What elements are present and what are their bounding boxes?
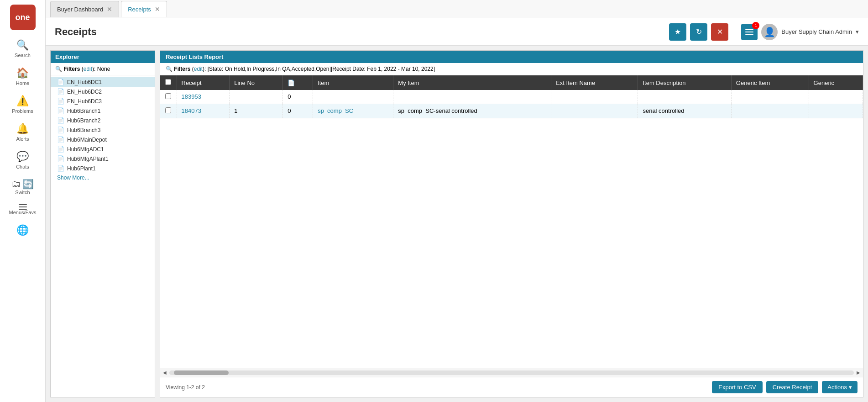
sidebar-item-home[interactable]: 🏠 Home	[0, 63, 45, 90]
tab-buyer-dashboard[interactable]: Buyer Dashboard ✕	[50, 1, 119, 17]
file-icon: 📄	[57, 127, 64, 133]
explorer-item-hub6branch1[interactable]: 📄 Hub6Branch1	[51, 106, 155, 116]
col-header-generic-item: Generic Item	[731, 75, 809, 90]
explorer-item-label: Hub6MfgAPlant1	[67, 156, 109, 162]
explorer-item-label: Hub6Plant1	[67, 165, 96, 172]
explorer-item-label: Hub6Branch1	[67, 108, 100, 114]
file-icon: 📄	[57, 117, 64, 124]
row-checkbox-cell	[160, 104, 177, 118]
explorer-filters-edit[interactable]: edit	[84, 66, 92, 72]
explorer-item-en-hub6dc2[interactable]: 📄 EN_Hub6DC2	[51, 87, 155, 96]
report-filters-edit[interactable]: edit	[194, 66, 203, 72]
app-logo[interactable]: one	[10, 5, 36, 30]
report-filters-label: Filters	[174, 66, 190, 72]
sidebar: one 🔍 Search 🏠 Home ⚠️ Problems 🔔 Alerts…	[0, 0, 46, 402]
explorer-item-hub6branch2[interactable]: 📄 Hub6Branch2	[51, 116, 155, 125]
receipt-link-183953[interactable]: 183953	[182, 93, 201, 100]
menu-lines-icon	[745, 29, 753, 35]
horizontal-scrollbar[interactable]: ◀ ▶	[160, 368, 863, 377]
file-icon: 📄	[57, 107, 64, 114]
explorer-filters-value: None	[97, 66, 110, 72]
star-icon: ★	[675, 27, 681, 36]
sidebar-item-chats[interactable]: 💬 Chats	[0, 146, 45, 174]
explorer-item-hub6plant1[interactable]: 📄 Hub6Plant1	[51, 164, 155, 173]
tab-receipts-close[interactable]: ✕	[155, 6, 160, 12]
explorer-item-en-hub6dc3[interactable]: 📄 EN_Hub6DC3	[51, 96, 155, 106]
explorer-item-label: Hub6Branch3	[67, 127, 100, 133]
row-item-desc-cell	[638, 90, 731, 104]
col-header-line-no: Line No	[230, 75, 283, 90]
header-right: ★ ↻ ✕ 1	[669, 23, 859, 41]
home-icon: 🏠	[16, 67, 29, 79]
scroll-left-button[interactable]: ◀	[162, 370, 167, 375]
problems-icon: ⚠️	[16, 95, 29, 107]
file-icon: 📄	[57, 98, 64, 105]
report-filters-value: [State: On Hold,In Progress,In QA,Accept…	[208, 66, 435, 72]
sidebar-item-problems[interactable]: ⚠️ Problems	[0, 90, 45, 118]
row-receipt-cell: 184073	[177, 104, 230, 118]
create-receipt-button[interactable]: Create Receipt	[766, 381, 819, 393]
col-header-doc: 📄	[283, 75, 313, 90]
item-link-sp-comp-sc[interactable]: sp_comp_SC	[318, 107, 353, 114]
chats-icon: 💬	[16, 151, 29, 163]
row-generic-cell	[809, 90, 863, 104]
explorer-panel: Explorer 🔍 Filters (edit): None 📄 EN_Hub…	[50, 50, 155, 397]
table-row: 183953 0	[160, 90, 863, 104]
search-filter-icon: 🔍	[55, 66, 62, 72]
scroll-right-button[interactable]: ▶	[856, 370, 861, 375]
explorer-item-en-hub6dc1[interactable]: 📄 EN_Hub6DC1	[51, 77, 155, 87]
row-ext-item-cell	[551, 104, 638, 118]
export-csv-button[interactable]: Export to CSV	[712, 381, 762, 393]
explorer-item-hub6branch3[interactable]: 📄 Hub6Branch3	[51, 125, 155, 135]
row-my-item-cell: sp_comp_SC-serial controlled	[393, 104, 551, 118]
sidebar-item-menus[interactable]: Menus/Favs	[0, 200, 45, 220]
explorer-item-hub6mfgaplant1[interactable]: 📄 Hub6MfgAPlant1	[51, 154, 155, 164]
sidebar-item-search[interactable]: 🔍 Search	[0, 35, 45, 63]
show-more-link[interactable]: Show More...	[51, 173, 155, 182]
favorite-button[interactable]: ★	[669, 23, 686, 41]
refresh-icon: ↻	[696, 27, 702, 36]
refresh-button[interactable]: ↻	[690, 23, 707, 41]
tab-receipts[interactable]: Receipts ✕	[121, 1, 167, 17]
select-all-checkbox[interactable]	[165, 79, 171, 85]
page-title: Receipts	[55, 26, 97, 38]
sidebar-item-switch[interactable]: 🗂 🔄 Switch	[0, 174, 45, 200]
row-checkbox[interactable]	[165, 93, 171, 99]
file-icon: 📄	[57, 155, 64, 162]
switch-icons-container: 🗂 🔄	[11, 179, 34, 190]
actions-button[interactable]: Actions ▾	[822, 381, 858, 393]
scroll-track	[169, 370, 854, 375]
avatar: 👤	[761, 24, 778, 40]
sidebar-item-search-label: Search	[15, 53, 31, 58]
sidebar-item-globe[interactable]: 🌐	[0, 220, 45, 242]
row-line-no-cell	[230, 90, 283, 104]
col-header-item: Item	[313, 75, 393, 90]
explorer-header: Explorer	[51, 51, 155, 63]
user-dropdown-icon[interactable]: ▾	[856, 28, 859, 35]
row-checkbox[interactable]	[165, 107, 171, 113]
sidebar-item-chats-label: Chats	[16, 164, 29, 169]
notifications-button[interactable]: 1	[741, 24, 758, 40]
report-panel: Receipt Lists Report 🔍 Filters (edit): […	[160, 50, 863, 397]
table-container: Receipt Line No 📄 Item My Item Ext Item …	[160, 75, 863, 368]
explorer-item-label: Hub6MainDepot	[67, 137, 107, 143]
alerts-icon: 🔔	[16, 123, 29, 135]
receipt-link-184073[interactable]: 184073	[182, 107, 201, 114]
row-item-cell	[313, 90, 393, 104]
user-menu[interactable]: 1 👤 Buyer Supply Chain Admin ▾	[741, 24, 859, 40]
tab-buyer-dashboard-label: Buyer Dashboard	[57, 6, 103, 13]
sidebar-item-home-label: Home	[16, 80, 29, 86]
row-doc-cell: 0	[283, 90, 313, 104]
sidebar-item-menus-label: Menus/Favs	[9, 210, 37, 215]
tab-buyer-dashboard-close[interactable]: ✕	[107, 6, 112, 12]
search-icon: 🔍	[16, 39, 29, 51]
explorer-item-hub6mfgadc1[interactable]: 📄 Hub6MfgADC1	[51, 144, 155, 154]
col-header-ext-item-name: Ext Item Name	[551, 75, 638, 90]
close-button[interactable]: ✕	[711, 23, 728, 41]
globe-icon: 🌐	[16, 224, 29, 236]
explorer-item-hub6maindepot[interactable]: 📄 Hub6MainDepot	[51, 135, 155, 144]
sidebar-item-alerts[interactable]: 🔔 Alerts	[0, 118, 45, 146]
footer-buttons: Export to CSV Create Receipt Actions ▾	[712, 381, 858, 393]
search-filter-icon2: 🔍	[166, 66, 173, 72]
explorer-item-label: EN_Hub6DC3	[67, 98, 102, 105]
